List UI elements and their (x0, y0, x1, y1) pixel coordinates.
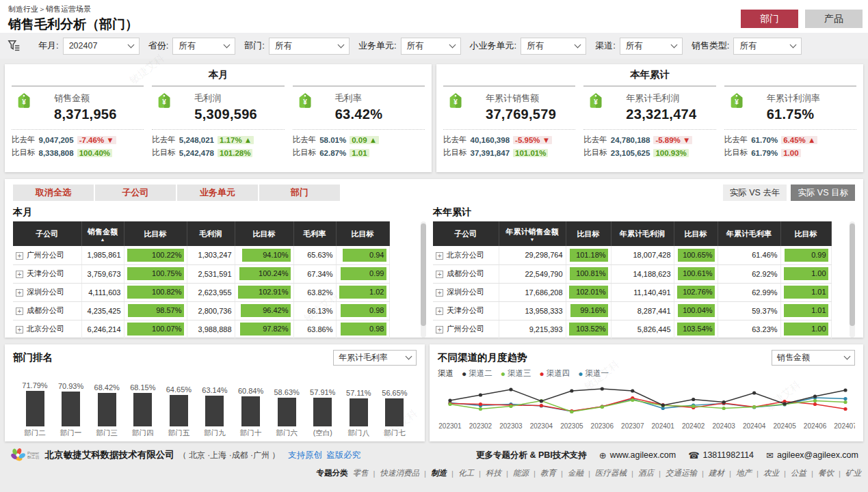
data-point-渠道二-202304[interactable] (540, 399, 543, 402)
column-header-毛利润[interactable]: 毛利润 (187, 221, 235, 246)
tab-产品[interactable]: 产品 (805, 10, 863, 28)
legend-item-渠道二[interactable]: ●渠道二 (462, 368, 492, 379)
expand-icon[interactable]: + (16, 252, 23, 260)
data-point-渠道四-202304[interactable] (540, 404, 543, 407)
data-point-渠道四-202407[interactable] (843, 407, 847, 411)
selection-button-业务单元[interactable]: 业务单元 (177, 184, 258, 201)
nav-item-医疗器械[interactable]: 医疗器械 (595, 468, 627, 478)
nav-item-制造[interactable]: 制造 (431, 468, 447, 478)
filter-select-1[interactable]: 所有 (172, 38, 235, 55)
expand-icon[interactable]: + (16, 326, 23, 333)
nav-item-零售[interactable]: 零售 (353, 468, 369, 478)
compare-toggle-实际 VS 去年[interactable]: 实际 VS 去年 (723, 184, 787, 201)
data-point-渠道二-202405[interactable] (782, 402, 786, 405)
nav-item-快速消费品[interactable]: 快速消费品 (380, 468, 420, 478)
column-header-比目标[interactable]: 比目标 (674, 221, 718, 246)
data-point-渠道四-202406[interactable] (813, 402, 817, 406)
data-point-渠道二-202401[interactable] (661, 403, 665, 407)
column-header-子公司[interactable]: 子公司 (13, 221, 81, 246)
filter-funnel-icon[interactable] (7, 38, 22, 53)
ranking-metric-select[interactable]: 年累计毛利率 (333, 350, 417, 366)
filter-select-5[interactable]: 所有 (620, 38, 683, 55)
data-point-渠道二-202305[interactable] (570, 389, 573, 392)
legend-item-渠道三[interactable]: ●渠道三 (501, 368, 531, 379)
nav-item-化工[interactable]: 化工 (458, 468, 474, 478)
column-header-年累计毛利率[interactable]: 年累计毛利率 (718, 221, 780, 246)
expand-icon[interactable]: + (436, 326, 443, 333)
data-point-渠道二-202404[interactable] (752, 391, 756, 394)
email-link[interactable]: agileex@agileex.com (777, 450, 858, 460)
nav-item-矿业[interactable]: 矿业 (845, 468, 861, 478)
legend-item-渠道四[interactable]: ●渠道四 (540, 368, 570, 379)
ranking-bar-部门五[interactable]: 64.65%部门五 (161, 367, 196, 438)
selection-button-取消全选[interactable]: 取消全选 (13, 184, 94, 201)
expand-icon[interactable]: + (436, 252, 443, 260)
nav-item-交通运输[interactable]: 交通运输 (666, 468, 697, 478)
compare-toggle-实际 VS 目标[interactable]: 实际 VS 目标 (791, 184, 855, 201)
column-header-比目标[interactable]: 比目标 (124, 221, 187, 246)
expand-icon[interactable]: + (436, 308, 443, 315)
column-header-比目标[interactable]: 比目标 (566, 221, 611, 246)
nav-item-公益[interactable]: 公益 (791, 468, 806, 478)
data-point-渠道三-202302[interactable] (479, 407, 482, 411)
legend-item-渠道一[interactable]: ●渠道一 (578, 368, 609, 379)
data-point-渠道三-202404[interactable] (752, 405, 756, 409)
ranking-bar-部门四[interactable]: 68.15%部门四 (125, 367, 161, 438)
expand-icon[interactable]: + (436, 271, 443, 278)
data-point-渠道二-202407[interactable] (843, 388, 847, 392)
data-point-渠道三-202407[interactable] (843, 400, 847, 404)
table-scrollbar-month[interactable] (421, 221, 426, 338)
support-original-link[interactable]: 支持原创 (288, 450, 322, 461)
data-point-渠道四-202302[interactable] (479, 402, 482, 406)
data-point-渠道三-202307[interactable] (631, 398, 634, 402)
ranking-bar-部门三[interactable]: 68.42%部门三 (89, 367, 124, 438)
ranking-bar-部门七[interactable]: 56.65%部门七 (377, 367, 412, 438)
selection-button-子公司[interactable]: 子公司 (95, 184, 176, 201)
ranking-bar-部门八[interactable]: 57.11%部门八 (341, 367, 376, 438)
data-point-渠道二-202302[interactable] (479, 393, 482, 396)
data-point-渠道三-202406[interactable] (813, 399, 817, 402)
expand-icon[interactable]: + (436, 289, 443, 297)
data-point-渠道一-202407[interactable] (843, 397, 847, 400)
nav-item-酒店[interactable]: 酒店 (638, 468, 654, 478)
data-point-渠道二-202303[interactable] (509, 387, 512, 391)
filter-select-6[interactable]: 所有 (733, 38, 802, 55)
filter-select-2[interactable]: 所有 (269, 38, 350, 55)
data-point-渠道三-202402[interactable] (692, 405, 695, 408)
column-header-年累计销售金额[interactable]: 年累计销售金额▼ (499, 221, 566, 246)
ranking-bar-(空白)[interactable]: 57.91%(空白) (305, 367, 341, 438)
ranking-bar-部门九[interactable]: 63.14%部门九 (197, 367, 233, 438)
expand-icon[interactable]: + (16, 289, 23, 297)
ranking-bar-部门一[interactable]: 70.93%部门一 (53, 367, 89, 438)
selection-button-部门[interactable]: 部门 (259, 184, 340, 201)
data-point-渠道三-202301[interactable] (448, 402, 451, 406)
data-point-渠道二-202403[interactable] (722, 400, 726, 404)
column-header-比目标[interactable]: 比目标 (336, 221, 389, 246)
ranking-bar-部门十[interactable]: 60.84%部门十 (233, 367, 269, 438)
nav-item-能源[interactable]: 能源 (513, 468, 529, 478)
column-header-比目标[interactable]: 比目标 (235, 221, 293, 246)
column-header-子公司[interactable]: 子公司 (433, 221, 499, 246)
data-point-渠道三-202305[interactable] (570, 410, 573, 413)
data-point-渠道二-202402[interactable] (692, 398, 695, 401)
nav-item-教育[interactable]: 教育 (540, 468, 556, 478)
data-point-渠道三-202303[interactable] (509, 405, 512, 408)
nav-item-建材[interactable]: 建材 (709, 468, 724, 478)
table-scrollbar-ytd[interactable] (850, 221, 855, 338)
ranking-bar-部门二[interactable]: 71.79%部门二 (17, 367, 53, 438)
nav-item-农业[interactable]: 农业 (763, 468, 779, 478)
nav-item-科技[interactable]: 科技 (486, 468, 501, 478)
data-point-渠道三-202306[interactable] (601, 405, 604, 409)
trend-metric-select[interactable]: 销售金额 (772, 350, 855, 366)
column-header-毛利率[interactable]: 毛利率 (293, 221, 336, 246)
expand-icon[interactable]: + (16, 308, 23, 315)
nav-item-餐饮[interactable]: 餐饮 (818, 468, 834, 478)
anti-piracy-link[interactable]: 盗版必究 (326, 450, 360, 461)
column-header-比目标[interactable]: 比目标 (780, 221, 831, 246)
tab-部门[interactable]: 部门 (741, 10, 798, 28)
data-point-渠道三-202403[interactable] (722, 407, 726, 410)
data-point-渠道二-202306[interactable] (601, 387, 604, 390)
filter-select-3[interactable]: 所有 (401, 38, 461, 55)
data-point-渠道二-202307[interactable] (631, 389, 634, 392)
data-point-渠道二-202406[interactable] (813, 394, 817, 398)
